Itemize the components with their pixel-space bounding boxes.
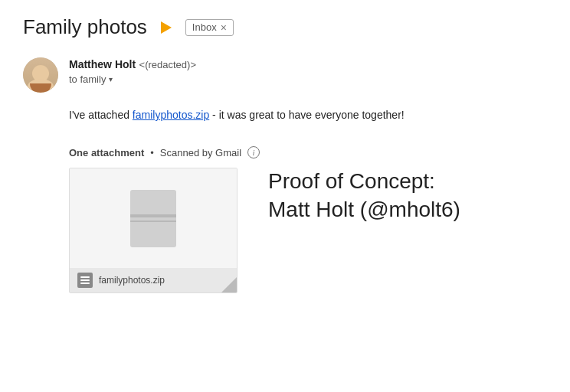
message-prefix: I've attached xyxy=(69,109,133,121)
email-title: Family photos xyxy=(23,15,147,39)
inbox-tag[interactable]: Inbox × xyxy=(185,19,234,36)
attachment-corner-decoration xyxy=(221,277,237,292)
dropdown-arrow-icon[interactable]: ▾ xyxy=(109,75,113,83)
attachment-separator: • xyxy=(150,147,154,158)
sender-section: Matthew Holt <(redacted)> to family ▾ xyxy=(23,57,547,93)
sender-email: <(redacted)> xyxy=(139,59,196,70)
proof-line-1: Proof of Concept: xyxy=(268,168,460,195)
file-icon-line-1 xyxy=(80,276,90,278)
message-body: I've attached familyphotos.zip - it was … xyxy=(69,106,547,123)
attachment-section: One attachment • Scanned by Gmail i xyxy=(69,146,547,293)
avatar-beard xyxy=(30,83,51,93)
email-header: Family photos Inbox × xyxy=(23,15,547,39)
sender-name: Matthew Holt xyxy=(69,58,136,70)
sender-name-row: Matthew Holt <(redacted)> xyxy=(69,57,196,71)
info-icon[interactable]: i xyxy=(247,146,260,158)
attachment-filename: familyphotos.zip xyxy=(99,275,165,286)
inbox-tag-close[interactable]: × xyxy=(221,21,227,34)
attachment-footer: familyphotos.zip xyxy=(70,268,237,292)
attachment-row: familyphotos.zip Proof of Concept: Matt … xyxy=(69,168,547,293)
avatar-face xyxy=(23,57,58,93)
avatar xyxy=(23,57,58,93)
zip-icon-stripe xyxy=(130,214,176,222)
recipient-row[interactable]: to family ▾ xyxy=(69,74,196,85)
scanned-label: Scanned by Gmail xyxy=(160,147,241,158)
chevron-icon xyxy=(161,21,172,34)
attachment-count-label: One attachment xyxy=(69,147,144,158)
attachment-link[interactable]: familyphotos.zip xyxy=(133,109,209,121)
proof-line-2: Matt Holt (@mholt6) xyxy=(268,196,460,224)
message-suffix: - it was great to have everyone together… xyxy=(209,109,404,121)
file-icon-line-3 xyxy=(80,283,90,284)
recipient-label: to family xyxy=(69,74,106,85)
sender-info: Matthew Holt <(redacted)> to family ▾ xyxy=(69,57,196,85)
attachment-preview xyxy=(70,168,237,268)
attachment-card[interactable]: familyphotos.zip xyxy=(69,168,238,293)
proof-of-concept-text: Proof of Concept: Matt Holt (@mholt6) xyxy=(268,168,460,224)
file-type-icon xyxy=(77,273,93,288)
inbox-tag-label: Inbox xyxy=(192,21,217,33)
file-icon-line-2 xyxy=(80,279,90,281)
attachment-header: One attachment • Scanned by Gmail i xyxy=(69,146,547,158)
file-icon-lines xyxy=(80,276,90,285)
zip-file-icon xyxy=(130,190,176,247)
